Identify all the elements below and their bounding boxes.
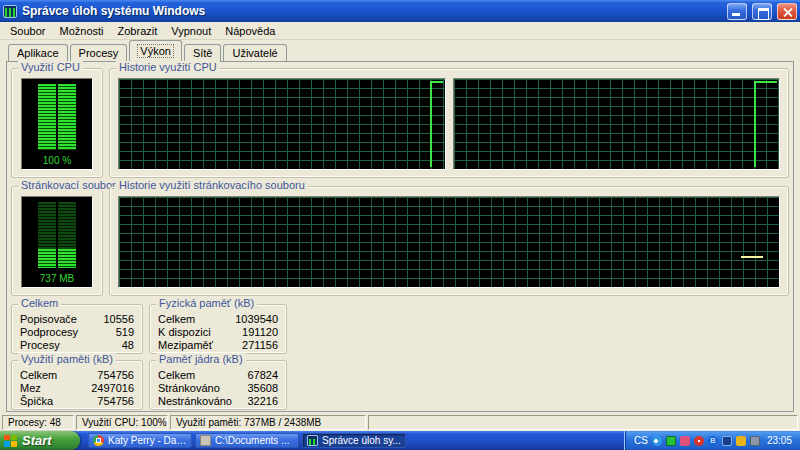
taskbar: Start Katy Perry - Dar... C:\Documents .… [0,431,800,450]
kernel-memory-group: Paměť jádra (kB) Celkem67824 Stránkováno… [149,360,287,410]
cpu-history-graph-1 [118,78,446,170]
stat-row: Celkem754756 [20,369,134,382]
tray-clock: 23:05 [767,435,792,446]
status-filler [368,415,798,430]
messenger-icon[interactable] [680,436,690,446]
stat-row: Špička754756 [20,395,134,408]
folder-icon [200,435,211,446]
status-processes: Procesy: 48 [2,415,74,430]
pagefile-history-group-title: Historie využití stránkovacího souboru [116,179,308,191]
start-button[interactable]: Start [0,431,80,450]
physical-memory-group-title: Fyzická paměť (kB) [156,297,257,309]
tab-procesy[interactable]: Procesy [70,44,128,61]
stat-row: Stránkováno35608 [158,382,278,395]
tab-uzivatele[interactable]: Uživatelé [223,44,286,61]
taskbar-tasks: Katy Perry - Dar... C:\Documents ... Spr… [88,431,624,450]
pagefile-group-title: Stránkovací soubor [18,179,119,191]
taskbar-task-explorer[interactable]: C:\Documents ... [195,433,299,448]
cpu-usage-group: Využití CPU 100 % [11,68,103,178]
stat-row: Nestránkováno32216 [158,395,278,408]
display-icon[interactable] [750,436,760,446]
cpu-gauge-bars [38,84,76,150]
kernel-memory-group-title: Paměť jádra (kB) [156,353,246,365]
stat-row: K dispozici191120 [158,326,278,339]
task-manager-app-icon [3,5,17,18]
antivirus-icon[interactable] [694,436,704,446]
cpu-usage-gauge: 100 % [21,78,93,170]
stat-row: Celkem1039540 [158,313,278,326]
pagefile-usage-value: 737 MB [22,273,92,284]
cpu-history-graph-2 [453,78,781,170]
pagefile-gauge: 737 MB [21,196,93,288]
bluetooth-icon[interactable]: B [708,436,718,446]
commit-charge-group-title: Využití paměti (kB) [18,353,116,365]
menu-moznosti[interactable]: Možnosti [52,23,110,39]
close-button[interactable] [777,3,797,20]
cpu-history-group: Historie využití CPU [109,68,789,178]
stat-row: Podprocesy519 [20,326,134,339]
restore-button[interactable] [752,3,772,20]
stat-row: Mez2497016 [20,382,134,395]
cpu-usage-group-title: Využití CPU [18,61,83,73]
stat-row: Procesy48 [20,339,134,352]
taskbar-task-taskmanager[interactable]: Správce úloh sy... [302,433,406,448]
network-icon[interactable] [722,436,732,446]
tab-site[interactable]: Sítě [184,44,222,61]
status-cpu-usage: Využití CPU: 100% [76,415,168,430]
pagefile-history-graph [118,196,780,288]
taskbar-task-browser[interactable]: Katy Perry - Dar... [88,433,192,448]
task-manager-window: Správce úloh systému Windows Soubor Možn… [0,0,800,431]
tab-vykon[interactable]: Výkon [129,40,182,61]
menu-zobrazit[interactable]: Zobrazit [111,23,165,39]
menu-soubor[interactable]: Soubor [3,23,52,39]
status-memory-usage: Využití paměti: 737MB / 2438MB [170,415,366,430]
system-tray: CS B 23:05 [624,431,800,450]
tab-aplikace[interactable]: Aplikace [8,44,68,61]
performance-tab-page: Využití CPU 100 % Historie využití CPU [6,61,794,412]
physical-memory-group: Fyzická paměť (kB) Celkem1039540 K dispo… [149,304,287,354]
commit-charge-group: Využití paměti (kB) Celkem754756 Mez2497… [11,360,143,410]
titlebar: Správce úloh systému Windows [0,0,800,22]
stat-row: Celkem67824 [158,369,278,382]
volume-icon[interactable] [652,436,662,446]
updates-icon[interactable] [736,436,746,446]
totals-group: Celkem Popisovače10556 Podprocesy519 Pro… [11,304,143,354]
cpu-meter-icon[interactable] [666,436,676,446]
windows-flag-icon [4,435,17,447]
cpu-usage-value: 100 % [22,155,92,166]
pagefile-group: Stránkovací soubor 737 MB [11,186,103,296]
menubar: Soubor Možnosti Zobrazit Vypnout Nápověd… [0,22,800,40]
stat-row: Popisovače10556 [20,313,134,326]
pagefile-history-group: Historie využití stránkovacího souboru [109,186,789,296]
cpu-history-group-title: Historie využití CPU [116,61,220,73]
menu-napoveda[interactable]: Nápověda [218,23,282,39]
tabstrip: Aplikace Procesy Výkon Sítě Uživatelé [8,42,289,61]
totals-group-title: Celkem [18,297,61,309]
chrome-icon [93,435,104,446]
menu-vypnout[interactable]: Vypnout [164,23,218,39]
window-title: Správce úloh systému Windows [22,4,722,18]
task-manager-icon [307,435,318,446]
minimize-button[interactable] [727,3,747,20]
statusbar: Procesy: 48 Využití CPU: 100% Využití pa… [0,413,800,431]
language-indicator[interactable]: CS [634,435,648,446]
